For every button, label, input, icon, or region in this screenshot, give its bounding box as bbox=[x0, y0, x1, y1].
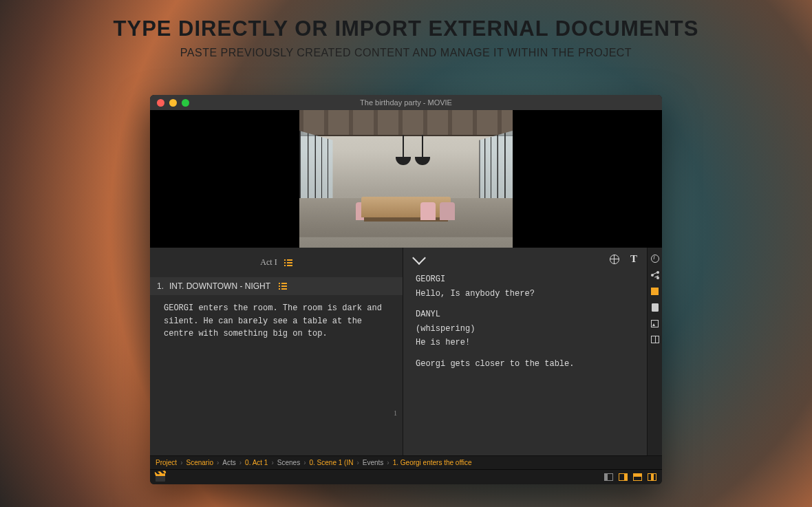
crumb-scene1[interactable]: 0. Scene 1 (IN bbox=[309, 459, 353, 466]
breadcrumb[interactable]: Project› Scenario› Acts› 0. Act 1› Scene… bbox=[150, 455, 662, 469]
globe-icon[interactable] bbox=[610, 255, 619, 264]
clapperboard-icon[interactable] bbox=[156, 473, 165, 482]
dialogue-line: He is here! bbox=[416, 336, 634, 349]
minimize-icon[interactable] bbox=[169, 99, 177, 107]
character-cue: DANYL bbox=[416, 308, 634, 321]
crumb-sep: › bbox=[217, 459, 219, 466]
crumb-act1[interactable]: 0. Act 1 bbox=[245, 459, 268, 466]
layout-center-icon[interactable] bbox=[648, 473, 656, 481]
script-panel: T GEORGI Hello, Is anybody there? DANYL … bbox=[403, 248, 647, 455]
chevron-down-icon[interactable] bbox=[412, 251, 426, 265]
character-cue: GEORGI bbox=[416, 273, 634, 286]
scene-heading-row[interactable]: 1. INT. DOWNTOWN - NIGHT bbox=[150, 277, 403, 295]
selected-panel-icon[interactable] bbox=[651, 288, 659, 295]
crumb-scenes[interactable]: Scenes bbox=[277, 459, 300, 466]
list-icon[interactable] bbox=[284, 259, 292, 266]
script-body[interactable]: GEORGI Hello, Is anybody there? DANYL (w… bbox=[403, 270, 647, 375]
layout-right-icon[interactable] bbox=[619, 473, 628, 481]
parenthetical: (whispering) bbox=[416, 323, 634, 336]
crumb-sep: › bbox=[271, 459, 273, 466]
app-window: The birthday party - MOVIE Act I bbox=[150, 95, 662, 484]
crumb-sep: › bbox=[303, 459, 306, 466]
scene-number: 1. bbox=[157, 281, 164, 291]
layout-left-icon[interactable] bbox=[604, 473, 613, 481]
crumb-project[interactable]: Project bbox=[156, 459, 177, 466]
crumb-events[interactable]: Events bbox=[363, 459, 384, 466]
marketing-subhead: PASTE PREVIOUSLY CREATED CONTENT AND MAN… bbox=[0, 47, 812, 59]
preview-image bbox=[299, 110, 513, 248]
scene-preview[interactable] bbox=[150, 110, 662, 248]
crumb-sep: › bbox=[180, 459, 182, 466]
page-number: 1 bbox=[394, 409, 397, 417]
image-icon[interactable] bbox=[651, 320, 659, 327]
action-line: Georgi gets closer to the table. bbox=[416, 358, 634, 371]
layout-top-icon[interactable] bbox=[633, 473, 642, 481]
close-icon[interactable] bbox=[157, 99, 164, 107]
scene-action-text[interactable]: GEORGI enters the room. The room is dark… bbox=[150, 295, 403, 347]
info-icon[interactable] bbox=[651, 255, 659, 263]
outline-panel: Act I 1. INT. DOWNTOWN - NIGHT GEORGI en… bbox=[150, 248, 403, 455]
titlebar[interactable]: The birthday party - MOVIE bbox=[150, 95, 662, 110]
scene-heading: INT. DOWNTOWN - NIGHT bbox=[169, 281, 270, 291]
crumb-scenario[interactable]: Scenario bbox=[186, 459, 213, 466]
crumb-sep: › bbox=[387, 459, 389, 466]
crumb-acts[interactable]: Acts bbox=[222, 459, 235, 466]
maximize-icon[interactable] bbox=[182, 99, 189, 107]
act-label: Act I bbox=[260, 257, 277, 268]
dialogue-line: Hello, Is anybody there? bbox=[416, 288, 634, 301]
marketing-headline: TYPE DIRECTLY OR IMPORT EXTERNAL DOCUMEN… bbox=[0, 17, 812, 41]
marketing-header: TYPE DIRECTLY OR IMPORT EXTERNAL DOCUMEN… bbox=[0, 0, 812, 59]
bottom-toolbar bbox=[150, 469, 662, 484]
document-icon[interactable] bbox=[652, 303, 659, 312]
right-sidebar bbox=[647, 248, 662, 455]
crumb-sep: › bbox=[239, 459, 242, 466]
text-tool-icon[interactable]: T bbox=[630, 253, 637, 265]
crumb-event1[interactable]: 1. Georgi enters the office bbox=[393, 459, 472, 466]
columns-icon[interactable] bbox=[651, 336, 659, 343]
crumb-sep: › bbox=[356, 459, 359, 466]
window-title: The birthday party - MOVIE bbox=[150, 98, 662, 107]
list-icon[interactable] bbox=[279, 283, 287, 290]
share-icon[interactable] bbox=[651, 271, 659, 279]
